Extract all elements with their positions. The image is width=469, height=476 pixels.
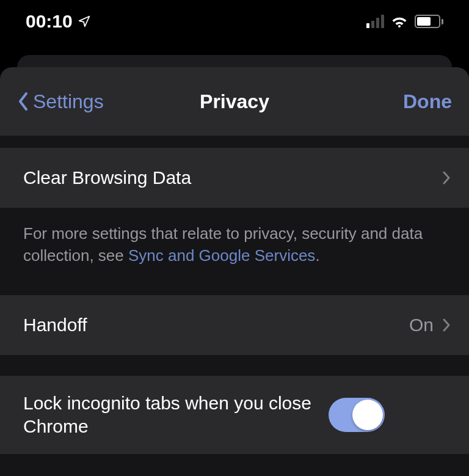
wifi-icon (390, 15, 409, 28)
handoff-cell[interactable]: Handoff On (0, 295, 469, 355)
settings-sheet: Settings Privacy Done Clear Browsing Dat… (0, 67, 469, 476)
section-gap (0, 355, 469, 376)
location-icon (78, 15, 91, 28)
settings-list: Clear Browsing Data For more settings th… (0, 136, 469, 466)
status-left: 00:10 (26, 11, 91, 32)
status-bar: 00:10 (0, 0, 469, 43)
lock-incognito-cell: Lock incognito tabs when you close Chrom… (0, 376, 469, 454)
done-button[interactable]: Done (403, 90, 452, 113)
cell-label: Lock incognito tabs when you close Chrom… (23, 379, 329, 450)
lock-incognito-toggle[interactable] (329, 398, 385, 432)
battery-icon (415, 15, 443, 28)
status-right (366, 15, 443, 28)
footer-text-suffix: . (315, 246, 319, 265)
section-footer: For more settings that relate to privacy… (0, 208, 469, 283)
back-button[interactable]: Settings (17, 90, 104, 113)
section-gap (0, 454, 469, 466)
toggle-knob (352, 400, 383, 430)
sync-services-link[interactable]: Sync and Google Services (128, 246, 315, 265)
clear-browsing-data-cell[interactable]: Clear Browsing Data (0, 148, 469, 208)
cell-value: On (409, 315, 434, 335)
back-label: Settings (33, 90, 104, 113)
chevron-right-icon (442, 318, 451, 332)
chevron-left-icon (17, 92, 29, 111)
nav-header: Settings Privacy Done (0, 67, 469, 136)
chevron-right-icon (442, 170, 451, 185)
section-gap (0, 136, 469, 148)
status-time: 00:10 (26, 11, 73, 32)
cell-label: Handoff (23, 301, 409, 349)
page-title: Privacy (200, 90, 269, 113)
cell-label: Clear Browsing Data (23, 154, 442, 202)
cellular-signal-icon (366, 15, 384, 28)
section-gap (0, 283, 469, 295)
